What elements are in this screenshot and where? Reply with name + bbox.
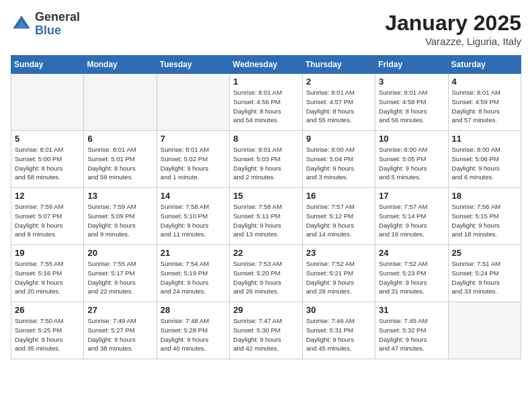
weekday-header-friday: Friday [375, 56, 448, 74]
title-block: January 2025 Varazze, Liguria, Italy [385, 11, 521, 47]
day-cell-31: 31Sunrise: 7:45 AM Sunset: 5:32 PM Dayli… [375, 302, 448, 359]
day-detail-5: Sunrise: 8:01 AM Sunset: 5:00 PM Dayligh… [15, 145, 80, 182]
day-number-4: 4 [452, 77, 517, 87]
week-row-3: 12Sunrise: 7:59 AM Sunset: 5:07 PM Dayli… [11, 188, 521, 245]
day-detail-19: Sunrise: 7:55 AM Sunset: 5:16 PM Dayligh… [15, 259, 80, 296]
day-detail-17: Sunrise: 7:57 AM Sunset: 5:14 PM Dayligh… [379, 202, 444, 239]
day-number-27: 27 [87, 305, 152, 315]
logo-blue: Blue [35, 24, 80, 38]
day-cell-24: 24Sunrise: 7:52 AM Sunset: 5:23 PM Dayli… [375, 245, 448, 302]
day-cell-8: 8Sunrise: 8:01 AM Sunset: 5:03 PM Daylig… [230, 131, 302, 188]
day-cell-25: 25Sunrise: 7:51 AM Sunset: 5:24 PM Dayli… [448, 245, 521, 302]
day-number-30: 30 [306, 305, 371, 315]
day-number-20: 20 [87, 248, 152, 258]
day-number-25: 25 [452, 248, 517, 258]
day-detail-22: Sunrise: 7:53 AM Sunset: 5:20 PM Dayligh… [233, 259, 298, 296]
day-detail-6: Sunrise: 8:01 AM Sunset: 5:01 PM Dayligh… [87, 145, 152, 182]
day-number-28: 28 [161, 305, 226, 315]
day-number-5: 5 [15, 134, 80, 144]
day-number-8: 8 [233, 134, 298, 144]
month-title: January 2025 [385, 11, 521, 36]
day-detail-14: Sunrise: 7:58 AM Sunset: 5:10 PM Dayligh… [161, 202, 226, 239]
day-detail-9: Sunrise: 8:00 AM Sunset: 5:04 PM Dayligh… [306, 145, 371, 182]
day-detail-11: Sunrise: 8:00 AM Sunset: 5:06 PM Dayligh… [452, 145, 517, 182]
day-number-1: 1 [233, 77, 298, 87]
day-number-14: 14 [161, 191, 226, 201]
day-cell-14: 14Sunrise: 7:58 AM Sunset: 5:10 PM Dayli… [157, 188, 229, 245]
day-cell-1: 1Sunrise: 8:01 AM Sunset: 4:56 PM Daylig… [230, 74, 302, 131]
day-number-6: 6 [87, 134, 152, 144]
day-cell-17: 17Sunrise: 7:57 AM Sunset: 5:14 PM Dayli… [375, 188, 448, 245]
day-cell-6: 6Sunrise: 8:01 AM Sunset: 5:01 PM Daylig… [84, 131, 157, 188]
day-number-10: 10 [379, 134, 444, 144]
day-cell-5: 5Sunrise: 8:01 AM Sunset: 5:00 PM Daylig… [11, 131, 84, 188]
day-detail-23: Sunrise: 7:52 AM Sunset: 5:21 PM Dayligh… [306, 259, 371, 296]
weekday-header-thursday: Thursday [302, 56, 375, 74]
day-cell-19: 19Sunrise: 7:55 AM Sunset: 5:16 PM Dayli… [11, 245, 84, 302]
day-number-2: 2 [306, 77, 371, 87]
day-detail-12: Sunrise: 7:59 AM Sunset: 5:07 PM Dayligh… [15, 202, 80, 239]
day-cell-15: 15Sunrise: 7:58 AM Sunset: 5:11 PM Dayli… [230, 188, 302, 245]
day-cell-16: 16Sunrise: 7:57 AM Sunset: 5:12 PM Dayli… [302, 188, 375, 245]
day-number-11: 11 [452, 134, 517, 144]
day-detail-2: Sunrise: 8:01 AM Sunset: 4:57 PM Dayligh… [306, 88, 371, 125]
empty-cell [157, 74, 229, 131]
weekday-header-tuesday: Tuesday [157, 56, 229, 74]
day-number-31: 31 [379, 305, 444, 315]
weekday-header-monday: Monday [84, 56, 157, 74]
day-detail-28: Sunrise: 7:48 AM Sunset: 5:28 PM Dayligh… [161, 316, 226, 353]
day-number-13: 13 [87, 191, 152, 201]
day-detail-18: Sunrise: 7:56 AM Sunset: 5:15 PM Dayligh… [452, 202, 517, 239]
day-number-21: 21 [161, 248, 226, 258]
calendar-table: SundayMondayTuesdayWednesdayThursdayFrid… [11, 55, 521, 359]
day-detail-27: Sunrise: 7:49 AM Sunset: 5:27 PM Dayligh… [87, 316, 152, 353]
day-number-12: 12 [15, 191, 80, 201]
day-number-15: 15 [233, 191, 298, 201]
day-cell-13: 13Sunrise: 7:59 AM Sunset: 5:09 PM Dayli… [84, 188, 157, 245]
day-number-17: 17 [379, 191, 444, 201]
day-cell-30: 30Sunrise: 7:46 AM Sunset: 5:31 PM Dayli… [302, 302, 375, 359]
day-detail-31: Sunrise: 7:45 AM Sunset: 5:32 PM Dayligh… [379, 316, 444, 353]
day-number-23: 23 [306, 248, 371, 258]
day-detail-13: Sunrise: 7:59 AM Sunset: 5:09 PM Dayligh… [87, 202, 152, 239]
day-cell-28: 28Sunrise: 7:48 AM Sunset: 5:28 PM Dayli… [157, 302, 229, 359]
logo-icon [11, 13, 32, 35]
day-number-3: 3 [379, 77, 444, 87]
day-number-9: 9 [306, 134, 371, 144]
day-cell-9: 9Sunrise: 8:00 AM Sunset: 5:04 PM Daylig… [302, 131, 375, 188]
day-cell-7: 7Sunrise: 8:01 AM Sunset: 5:02 PM Daylig… [157, 131, 229, 188]
location: Varazze, Liguria, Italy [385, 36, 521, 47]
day-detail-30: Sunrise: 7:46 AM Sunset: 5:31 PM Dayligh… [306, 316, 371, 353]
day-number-29: 29 [233, 305, 298, 315]
empty-cell [11, 74, 84, 131]
day-cell-23: 23Sunrise: 7:52 AM Sunset: 5:21 PM Dayli… [302, 245, 375, 302]
day-number-19: 19 [15, 248, 80, 258]
day-cell-20: 20Sunrise: 7:55 AM Sunset: 5:17 PM Dayli… [84, 245, 157, 302]
week-row-1: 1Sunrise: 8:01 AM Sunset: 4:56 PM Daylig… [11, 74, 521, 131]
day-detail-8: Sunrise: 8:01 AM Sunset: 5:03 PM Dayligh… [233, 145, 298, 182]
day-cell-12: 12Sunrise: 7:59 AM Sunset: 5:07 PM Dayli… [11, 188, 84, 245]
day-number-22: 22 [233, 248, 298, 258]
weekday-header-wednesday: Wednesday [230, 56, 302, 74]
logo-general: General [35, 11, 80, 24]
day-cell-18: 18Sunrise: 7:56 AM Sunset: 5:15 PM Dayli… [448, 188, 521, 245]
day-cell-21: 21Sunrise: 7:54 AM Sunset: 5:19 PM Dayli… [157, 245, 229, 302]
day-cell-29: 29Sunrise: 7:47 AM Sunset: 5:30 PM Dayli… [230, 302, 302, 359]
day-detail-25: Sunrise: 7:51 AM Sunset: 5:24 PM Dayligh… [452, 259, 517, 296]
weekday-header-sunday: Sunday [11, 56, 84, 74]
day-cell-26: 26Sunrise: 7:50 AM Sunset: 5:25 PM Dayli… [11, 302, 84, 359]
day-cell-27: 27Sunrise: 7:49 AM Sunset: 5:27 PM Dayli… [84, 302, 157, 359]
logo: General Blue [11, 11, 80, 38]
day-detail-20: Sunrise: 7:55 AM Sunset: 5:17 PM Dayligh… [87, 259, 152, 296]
day-cell-11: 11Sunrise: 8:00 AM Sunset: 5:06 PM Dayli… [448, 131, 521, 188]
week-row-4: 19Sunrise: 7:55 AM Sunset: 5:16 PM Dayli… [11, 245, 521, 302]
day-detail-3: Sunrise: 8:01 AM Sunset: 4:58 PM Dayligh… [379, 88, 444, 125]
day-number-16: 16 [306, 191, 371, 201]
day-detail-16: Sunrise: 7:57 AM Sunset: 5:12 PM Dayligh… [306, 202, 371, 239]
day-detail-24: Sunrise: 7:52 AM Sunset: 5:23 PM Dayligh… [379, 259, 444, 296]
day-number-24: 24 [379, 248, 444, 258]
empty-cell [448, 302, 521, 359]
day-number-26: 26 [15, 305, 80, 315]
day-cell-2: 2Sunrise: 8:01 AM Sunset: 4:57 PM Daylig… [302, 74, 375, 131]
day-cell-10: 10Sunrise: 8:00 AM Sunset: 5:05 PM Dayli… [375, 131, 448, 188]
